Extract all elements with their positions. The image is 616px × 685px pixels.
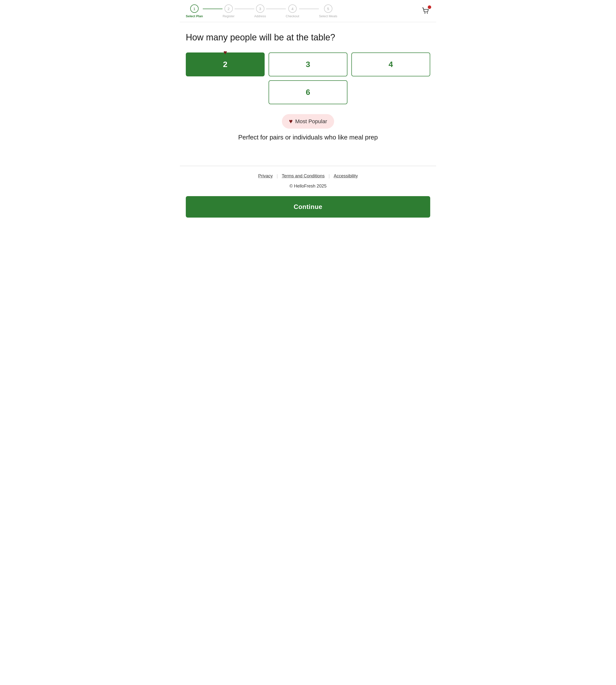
option-2-button[interactable]: ♥ 2	[186, 52, 265, 76]
step-circle-2: 2	[224, 4, 233, 13]
footer-sep-2: |	[329, 174, 330, 179]
footer-sep-1: |	[277, 174, 278, 179]
option-3-button[interactable]: 3	[269, 52, 347, 76]
step-label-5: Select Meals	[319, 14, 337, 18]
step-label-1: Select Plan	[186, 14, 203, 18]
step-circle-5: 5	[324, 4, 332, 13]
page-title: How many people will be at the table?	[186, 32, 430, 43]
connector-4-5	[299, 8, 319, 9]
cart-button[interactable]	[421, 6, 430, 16]
step-1: 1 Select Plan	[186, 4, 203, 18]
step-circle-1: 1	[190, 4, 199, 13]
accessibility-link[interactable]: Accessibility	[334, 174, 358, 179]
step-label-2: Register	[222, 14, 234, 18]
step-circle-3: 3	[256, 4, 264, 13]
popular-heart-icon: ♥	[289, 117, 292, 125]
copyright-text: © HelloFresh 2025	[180, 183, 436, 189]
privacy-link[interactable]: Privacy	[258, 174, 273, 179]
cart-badge	[428, 5, 431, 9]
person-options-row1: ♥ 2 3 4	[186, 52, 430, 76]
step-4: 4 Checkout	[286, 4, 300, 18]
step-label-3: Address	[254, 14, 266, 18]
description-text: Perfect for pairs or individuals who lik…	[186, 134, 430, 141]
continue-button[interactable]: Continue	[186, 196, 430, 218]
terms-link[interactable]: Terms and Conditions	[282, 174, 325, 179]
option-6-button[interactable]: 6	[269, 80, 347, 104]
step-circle-4: 4	[288, 4, 297, 13]
heart-icon: ♥	[223, 49, 227, 56]
person-options-row2: 6	[186, 80, 430, 104]
header: 1 Select Plan 2 Register 3 Address 4 Che…	[180, 0, 436, 22]
connector-2-3	[235, 8, 254, 9]
step-2: 2 Register	[222, 4, 234, 18]
main-content: How many people will be at the table? ♥ …	[180, 22, 436, 166]
stepper: 1 Select Plan 2 Register 3 Address 4 Che…	[186, 4, 337, 18]
connector-1-2	[203, 8, 222, 9]
footer-divider	[180, 166, 436, 166]
footer-links: Privacy | Terms and Conditions | Accessi…	[180, 174, 436, 179]
connector-3-4	[266, 8, 286, 9]
svg-point-1	[427, 13, 428, 14]
popular-badge-wrapper: ♥ Most Popular	[186, 114, 430, 129]
popular-badge: ♥ Most Popular	[282, 114, 334, 129]
popular-badge-text: Most Popular	[295, 118, 327, 125]
step-3: 3 Address	[254, 4, 266, 18]
step-5: 5 Select Meals	[319, 4, 337, 18]
step-label-4: Checkout	[286, 14, 300, 18]
option-4-button[interactable]: 4	[351, 52, 430, 76]
svg-point-0	[424, 13, 425, 14]
footer: Privacy | Terms and Conditions | Accessi…	[180, 166, 436, 225]
